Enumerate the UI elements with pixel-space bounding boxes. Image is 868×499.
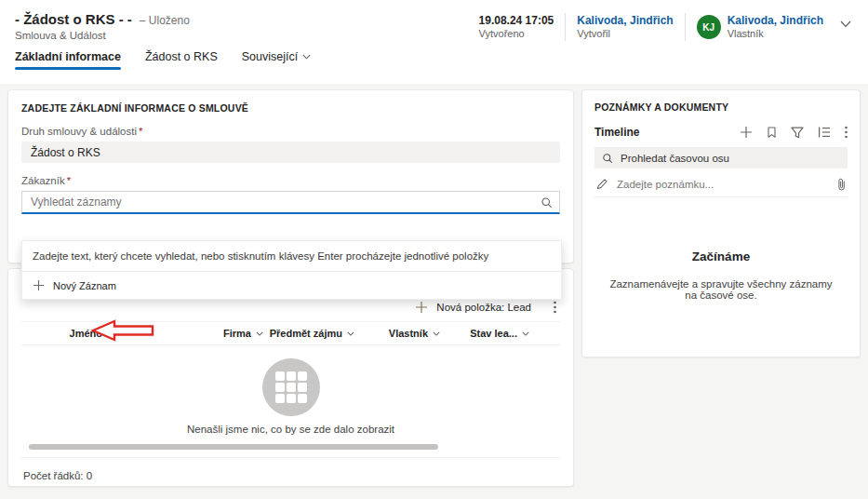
chevron-down-icon: [256, 331, 263, 336]
record-title-block: - Žádost o RKS - - – Uloženo Smlouva & U…: [15, 11, 190, 41]
form-body: ZADEJTE ZÁKLADNÍ INFORMACE O SMLOUVĚ Dru…: [0, 84, 868, 499]
page-title: - Žádost o RKS - -: [15, 11, 132, 27]
timeline-header: Timeline: [594, 126, 848, 139]
tab-zadost-o-rks[interactable]: Žádost o RKS: [145, 50, 218, 70]
getting-started-title: Začínáme: [604, 250, 838, 263]
contract-type-field[interactable]: Žádost o RKS: [21, 142, 560, 163]
new-record-button[interactable]: Nový Záznam: [22, 272, 561, 299]
note-input[interactable]: [617, 179, 829, 190]
form-tabs: Základní informace Žádost o RKS Souvisej…: [0, 50, 868, 70]
section-title: POZNÁMKY A DOKUMENTY: [594, 101, 848, 113]
more-commands-icon[interactable]: [550, 301, 560, 314]
created-by-value[interactable]: Kalivoda, Jindřich: [577, 14, 673, 28]
paperclip-icon[interactable]: [837, 178, 846, 191]
created-on-field: 19.08.24 17:05 Vytvořeno: [479, 14, 554, 41]
timeline-search-placeholder: Prohledat časovou osu: [621, 153, 729, 164]
owner-label: Vlastník: [728, 28, 823, 41]
plus-icon: [415, 301, 428, 314]
tab-zakladni-informace[interactable]: Základní informace: [15, 50, 121, 70]
header-summary-fields: 19.08.24 17:05 Vytvořeno Kalivoda, Jindř…: [479, 13, 851, 41]
leads-subgrid-section: LEADY VYGENEROVANÉ NA ZÁKLADĚ SMLOUVY No…: [7, 268, 574, 487]
empty-grid-state: Nenašli jsme nic, co by se zde dalo zobr…: [21, 345, 560, 450]
chevron-down-icon: [347, 331, 354, 336]
bookmark-icon[interactable]: [767, 126, 777, 139]
chevron-down-icon: [433, 331, 440, 336]
empty-grid-icon: [262, 358, 320, 416]
horizontal-scrollbar[interactable]: [29, 444, 438, 450]
contract-type-label: Druh smlouvy & události*: [21, 126, 560, 137]
column-header-predmet-zajmu[interactable]: Předmět zájmu: [263, 328, 354, 339]
notes-documents-section: POZNÁMKY A DOKUMENTY Timeline: [581, 89, 861, 357]
new-lead-button[interactable]: Nová položka: Lead: [415, 301, 531, 314]
lookup-hint-text: Zadejte text, který chcete vyhledat, neb…: [22, 241, 561, 272]
record-header: - Žádost o RKS - - – Uloženo Smlouva & U…: [0, 0, 868, 84]
expand-collapse-icon[interactable]: [818, 127, 831, 138]
tab-souvisejici[interactable]: Související: [242, 50, 311, 70]
column-header-stav-leadu[interactable]: Stav lea...: [440, 328, 529, 339]
annotation-arrow-left: [90, 318, 155, 343]
getting-started-text: Zaznamenávejte a spravujte všechny zázna…: [604, 278, 838, 301]
empty-grid-text: Nenašli jsme nic, co by se zde dalo zobr…: [187, 424, 394, 435]
filter-icon[interactable]: [791, 127, 804, 139]
timeline-label: Timeline: [594, 126, 740, 139]
owner-value[interactable]: Kalivoda, Jindřich: [728, 14, 823, 28]
lookup-flyout: Zadejte text, který chcete vyhledat, neb…: [21, 240, 562, 300]
created-by-field[interactable]: Kalivoda, Jindřich Vytvořil: [577, 14, 673, 41]
save-status: – Uloženo: [140, 14, 190, 27]
section-title: ZADEJTE ZÁKLADNÍ INFORMACE O SMLOUVĚ: [21, 102, 560, 114]
new-lead-label: Nová položka: Lead: [436, 302, 531, 313]
customer-lookup-input[interactable]: [21, 191, 560, 214]
created-on-value: 19.08.24 17:05: [479, 14, 554, 28]
required-asterisk: *: [139, 126, 142, 137]
divider: [565, 13, 566, 41]
owner-field[interactable]: KJ Kalivoda, Jindřich Vlastník: [697, 14, 823, 41]
plus-icon: [33, 279, 45, 291]
add-icon[interactable]: [740, 126, 753, 139]
timeline-search-box[interactable]: Prohledat časovou osu: [594, 147, 848, 169]
avatar: KJ: [697, 15, 721, 39]
divider: [685, 13, 686, 41]
pencil-icon: [596, 178, 608, 190]
search-icon: [602, 153, 613, 164]
created-on-label: Vytvořeno: [479, 28, 554, 41]
new-record-label: Nový Záznam: [53, 280, 116, 291]
record-entity-subtitle: Smlouva & Událost: [15, 30, 190, 41]
chevron-down-icon[interactable]: [840, 20, 851, 28]
customer-label: Zákazník*: [21, 175, 560, 186]
timeline-empty-state: Začínáme Zaznamenávejte a spravujte všec…: [594, 250, 848, 301]
column-header-vlastnik[interactable]: Vlastník: [354, 328, 440, 339]
more-commands-icon[interactable]: [845, 126, 848, 139]
subgrid-footer: Počet řádků: 0: [21, 457, 560, 492]
chevron-down-icon: [522, 331, 529, 336]
required-asterisk: *: [67, 175, 71, 186]
row-count: Počet řádků: 0: [23, 470, 92, 481]
chevron-down-icon: [302, 54, 311, 60]
note-entry-row: [594, 171, 848, 197]
search-icon[interactable]: [541, 196, 553, 209]
basic-info-section: ZADEJTE ZÁKLADNÍ INFORMACE O SMLOUVĚ Dru…: [7, 89, 574, 263]
customer-lookup: [21, 191, 560, 214]
created-by-label: Vytvořil: [577, 28, 673, 41]
